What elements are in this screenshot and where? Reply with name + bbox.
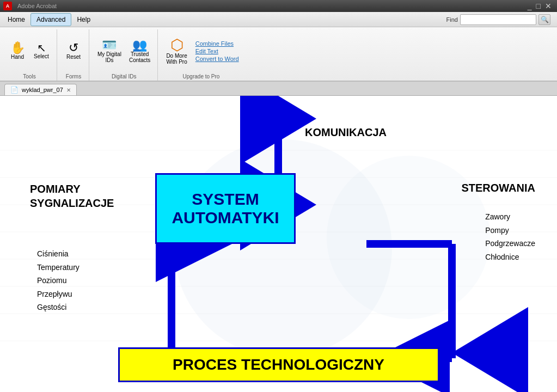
upgrade-label: Upgrade to Pro [183,74,220,81]
select-icon: ↖ [37,42,46,53]
menu-advanced[interactable]: Advanced [30,13,71,26]
proces-label: PROCES TECHNOLOGICZNY [173,356,384,373]
measurements-list: Ciśnienia Temperatury Poziomu Przepływu … [37,247,79,314]
reset-button[interactable]: ↺ Reset [63,40,84,62]
reset-label: Reset [66,54,81,60]
select-label: Select [34,53,49,59]
ribbon-section-upgrade: ⬡ Do MoreWith Pro Combine Files Edit Tex… [159,29,243,81]
upgrade-buttons: ⬡ Do MoreWith Pro Combine Files Edit Tex… [163,29,238,72]
do-more-label: Do MoreWith Pro [166,53,187,65]
hand-icon: ✋ [10,42,25,54]
ribbon-section-digital-ids: 🪪 My DigitalIDs 👥 TrustedContacts Digita… [90,29,158,81]
system-automatyki-box: SYSTEM AUTOMATYKI [155,173,296,244]
komunikacja-label: KOMUNIKACJA [305,126,387,139]
tab-label: wyklad_pwr_07 [22,87,63,93]
measurement-temperatury: Temperatury [37,261,79,274]
menu-home[interactable]: Home [2,14,30,26]
select-tool-button[interactable]: ↖ Select [30,41,52,61]
control-zawory: Zawory [485,210,535,224]
do-more-with-pro-button[interactable]: ⬡ Do MoreWith Pro [163,36,189,66]
find-bar: Find 🔍 [446,14,550,25]
control-podgrzewacze: Podgrzewacze [485,237,535,250]
tab-wyklad[interactable]: 📄 wyklad_pwr_07 ✕ [4,84,77,95]
ribbon: ✋ Hand ↖ Select Tools ↺ Reset Forms 🪪 My… [0,27,557,82]
tabbar: 📄 wyklad_pwr_07 ✕ [0,82,557,96]
tools-buttons: ✋ Hand ↖ Select [7,29,52,72]
convert-to-word-link[interactable]: Convert to Word [195,56,239,62]
svg-point-0 [174,139,392,357]
app-icon: A [3,2,12,10]
upgrade-links: Combine Files Edit Text Convert to Word [195,40,239,62]
find-button[interactable]: 🔍 [538,14,550,25]
system-box-text: SYSTEM AUTOMATYKI [172,190,279,227]
main-content: KOMUNIKACJA SYSTEM AUTOMATYKI POMIARY SY… [0,96,557,392]
maximize-button[interactable]: □ [536,2,541,10]
titlebar: A Adobe Acrobat _ □ ✕ [0,0,557,12]
menubar: Home Advanced Help Find 🔍 [0,12,557,27]
digital-ids-label: Digital IDs [112,74,137,81]
tab-close-button[interactable]: ✕ [66,87,71,93]
ribbon-section-tools: ✋ Hand ↖ Select Tools [2,29,57,81]
pomiary-label: POMIARY SYGNALIZACJE [30,182,114,210]
forms-buttons: ↺ Reset [63,29,84,72]
proces-box: PROCES TECHNOLOGICZNY [118,347,439,382]
diagram-background: KOMUNIKACJA SYSTEM AUTOMATYKI POMIARY SY… [0,96,557,392]
close-button[interactable]: ✕ [545,2,552,10]
measurement-gestosci: Gęstości [37,301,79,314]
hand-label: Hand [11,54,24,60]
titlebar-icons: A Adobe Acrobat [3,2,57,10]
trusted-contacts-button[interactable]: 👥 TrustedContacts [126,38,153,65]
find-label: Find [446,16,458,23]
digital-ids-buttons: 🪪 My DigitalIDs 👥 TrustedContacts [95,29,153,72]
control-chłodnice: Chłodnice [485,250,535,264]
tab-file-icon: 📄 [10,86,19,94]
measurement-cisnienia: Ciśnienia [37,247,79,261]
my-digital-ids-button[interactable]: 🪪 My DigitalIDs [95,38,124,65]
measurement-poziomu: Poziomu [37,274,79,287]
menu-help[interactable]: Help [71,14,96,26]
forms-label: Forms [66,74,81,81]
controls-list: Zawory Pompy Podgrzewacze Chłodnice [485,210,535,264]
svg-point-1 [327,156,490,319]
app-title: Adobe Acrobat [17,3,57,9]
sterowania-label: STEROWANIA [461,182,535,194]
edit-text-link[interactable]: Edit Text [195,48,239,54]
pro-icon: ⬡ [170,38,183,53]
trusted-contacts-label: TrustedContacts [129,51,150,63]
digital-id-icon: 🪪 [102,39,117,51]
control-pompy: Pompy [485,224,535,237]
find-input[interactable] [460,14,536,25]
measurement-przeplywu: Przepływu [37,287,79,301]
ribbon-section-forms: ↺ Reset Forms [58,29,89,81]
my-digital-ids-label: My DigitalIDs [97,51,121,63]
trusted-contacts-icon: 👥 [132,39,147,51]
reset-icon: ↺ [69,42,78,54]
hand-tool-button[interactable]: ✋ Hand [7,40,28,62]
combine-files-link[interactable]: Combine Files [195,40,239,47]
minimize-button[interactable]: _ [528,2,532,10]
tools-label: Tools [23,74,35,81]
